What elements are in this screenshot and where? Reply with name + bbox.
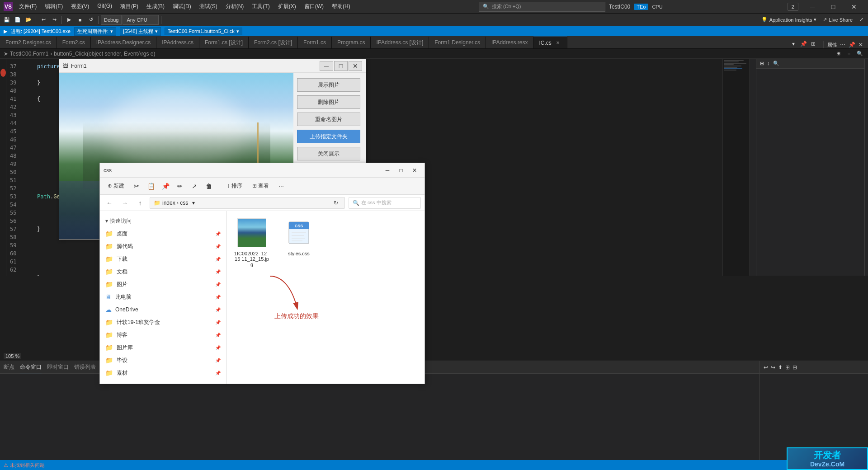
menu-build[interactable]: 生成(B) bbox=[143, 2, 168, 11]
expand-icon[interactable]: ⤢ bbox=[856, 15, 866, 25]
properties-grid-icon[interactable]: ⊞ bbox=[834, 49, 843, 58]
menu-extensions[interactable]: 扩展(X) bbox=[274, 2, 300, 11]
properties-search-icon[interactable]: 🔍 bbox=[855, 49, 864, 58]
rename-image-button[interactable]: 重命名图片 bbox=[297, 113, 360, 126]
tab-form2-designer[interactable]: Form2.Designer.cs bbox=[0, 37, 57, 48]
css-share-icon[interactable]: ↗ bbox=[188, 180, 201, 193]
breadcrumb-file[interactable]: TestIC00.Form1 bbox=[10, 51, 48, 57]
br-icon-1[interactable]: ↩ bbox=[764, 364, 768, 371]
sidebar-item-documents[interactable]: 📁 文档 📌 bbox=[100, 265, 226, 278]
address-refresh-button[interactable]: ↻ bbox=[331, 198, 341, 208]
properties-pin-icon[interactable]: 📌 bbox=[848, 41, 855, 48]
menu-help[interactable]: 帮助(H) bbox=[328, 2, 354, 11]
br-icon-5[interactable]: ⊟ bbox=[793, 364, 797, 371]
tab-pin-button[interactable]: 📌 bbox=[799, 39, 808, 48]
application-insights-button[interactable]: 💡 Application Insights ▾ bbox=[759, 16, 820, 24]
form1-maximize-button[interactable]: □ bbox=[334, 61, 348, 71]
menu-project[interactable]: 项目(P) bbox=[117, 2, 142, 11]
show-image-button[interactable]: 展示图片 bbox=[297, 78, 360, 92]
sidebar-item-pictures[interactable]: 📁 图片 📌 bbox=[100, 278, 226, 291]
css-cut-icon[interactable]: ✂ bbox=[130, 180, 143, 193]
cpu-config-dropdown[interactable]: Any CPU bbox=[123, 15, 159, 25]
bottom-tab-breakpoints[interactable]: 断点 bbox=[4, 362, 14, 373]
br-icon-4[interactable]: ⊞ bbox=[785, 364, 790, 371]
menu-debug[interactable]: 调试(D) bbox=[169, 2, 195, 11]
new-file-icon[interactable]: 📄 bbox=[13, 15, 23, 25]
tab-form1-cs[interactable]: Form1.cs bbox=[298, 37, 332, 48]
menu-file[interactable]: 文件(F) bbox=[15, 2, 40, 11]
css-paste-icon[interactable]: 📌 bbox=[159, 180, 172, 193]
tab-form2[interactable]: Form2.cs bbox=[57, 37, 91, 48]
sidebar-item-desktop[interactable]: 📁 桌面 📌 bbox=[100, 227, 226, 240]
props-icon-3[interactable]: 🔍 bbox=[773, 61, 779, 66]
tab-ic-cs[interactable]: IC.cs ✕ bbox=[533, 37, 567, 48]
sidebar-item-source[interactable]: 📁 源代码 📌 bbox=[100, 240, 226, 253]
properties-options-icon[interactable]: ⋯ bbox=[839, 41, 846, 48]
tab-close-icon[interactable]: ✕ bbox=[554, 39, 561, 47]
menu-analyze[interactable]: 分析(N) bbox=[222, 2, 248, 11]
tab-ipaddress-designer[interactable]: IPAddress.Designer.cs bbox=[91, 37, 157, 48]
menu-view[interactable]: 视图(V) bbox=[67, 2, 93, 11]
sidebar-item-class[interactable]: 📁 计软19-1班奖学金 📌 bbox=[100, 316, 226, 329]
css-up-button[interactable]: ↑ bbox=[134, 197, 146, 209]
css-view-button[interactable]: ⊞ 查看 bbox=[248, 180, 273, 193]
sidebar-item-blog[interactable]: 📁 博客 📌 bbox=[100, 329, 226, 341]
tab-program-cs[interactable]: Program.cs bbox=[332, 37, 371, 48]
css-sort-button[interactable]: ↕ 排序 bbox=[223, 180, 246, 193]
open-folder-icon[interactable]: 📂 bbox=[24, 15, 33, 25]
props-icon-1[interactable]: ⊞ bbox=[760, 61, 764, 66]
css-search-box[interactable]: 🔍 在 css 中搜索 bbox=[349, 197, 421, 209]
search-box[interactable]: 🔍 搜索 (Ctrl+Q) bbox=[479, 2, 605, 12]
tab-form2-design[interactable]: Form2.cs [设计] bbox=[249, 37, 298, 48]
br-icon-3[interactable]: ⬆ bbox=[778, 364, 783, 371]
css-close-button[interactable]: ✕ bbox=[408, 165, 421, 175]
thread-dropdown[interactable]: 生死周期件件: ▾ bbox=[74, 27, 116, 36]
menu-edit[interactable]: 编辑(E) bbox=[41, 2, 66, 11]
sidebar-item-onedrive[interactable]: ☁ OneDrive 📌 bbox=[100, 303, 226, 316]
tab-form1-design[interactable]: Form1.cs [设计] bbox=[199, 37, 249, 48]
address-dropdown-icon[interactable]: ▾ bbox=[190, 199, 197, 207]
error-indicator[interactable]: ⚠ 未找到相关问题 bbox=[4, 462, 45, 469]
sidebar-item-material[interactable]: 📁 素材 📌 bbox=[100, 367, 226, 379]
run-icon[interactable]: ▶ bbox=[64, 15, 74, 25]
form1-close-button[interactable]: ✕ bbox=[349, 61, 362, 71]
debug-config-dropdown[interactable]: Debug bbox=[101, 15, 122, 25]
menu-git[interactable]: Git(G) bbox=[94, 2, 116, 11]
properties-scrollbar[interactable] bbox=[864, 59, 868, 276]
css-minimize-button[interactable]: ─ bbox=[381, 165, 394, 175]
tab-list-button[interactable]: ▾ bbox=[789, 39, 798, 48]
file-item-css[interactable]: CSS styles.css bbox=[281, 218, 317, 267]
menu-test[interactable]: 测试(S) bbox=[196, 2, 221, 11]
live-share-button[interactable]: ↗ Live Share bbox=[820, 16, 855, 24]
properties-list-icon[interactable]: ≡ bbox=[844, 49, 854, 58]
css-rename-icon[interactable]: ✏ bbox=[174, 180, 186, 193]
close-display-button[interactable]: 关闭展示 bbox=[297, 147, 360, 160]
close-button[interactable]: ✕ bbox=[844, 0, 864, 14]
tab-ipaddress[interactable]: IPAddress.cs bbox=[156, 37, 199, 48]
tab-form1-designer[interactable]: Form1.Designer.cs bbox=[429, 37, 486, 48]
css-new-button[interactable]: ⊕ 新建 bbox=[104, 180, 128, 193]
file-item-jpg[interactable]: 1IC002022_12_15 11_12_15.jpg bbox=[234, 218, 270, 267]
css-forward-button[interactable]: → bbox=[119, 197, 131, 209]
properties-close-icon[interactable]: ✕ bbox=[857, 41, 864, 48]
css-maximize-button[interactable]: □ bbox=[395, 165, 407, 175]
sidebar-item-computer[interactable]: 🖥 此电脑 📌 bbox=[100, 291, 226, 303]
restart-icon[interactable]: ↺ bbox=[86, 15, 96, 25]
css-address-path[interactable]: 📁 index › css ▾ ↻ bbox=[150, 197, 345, 209]
stop-icon[interactable]: ■ bbox=[75, 15, 85, 25]
bottom-tab-command[interactable]: 命令窗口 bbox=[20, 362, 42, 373]
tab-ipaddress-design[interactable]: IPAddress.cs [设计] bbox=[371, 37, 429, 48]
undo-icon[interactable]: ↩ bbox=[38, 15, 48, 25]
notification-badge[interactable]: 2 bbox=[788, 3, 798, 11]
zoom-indicator[interactable]: 105 % bbox=[4, 353, 21, 359]
tab-ipaddress-resx[interactable]: IPAddress.resx bbox=[486, 37, 533, 48]
upload-folder-button[interactable]: 上传指定文件夹 bbox=[297, 130, 360, 143]
delete-image-button[interactable]: 删除图片 bbox=[297, 95, 360, 109]
css-more-button[interactable]: ··· bbox=[275, 180, 288, 193]
vertical-scrollbar[interactable] bbox=[750, 59, 756, 276]
method-dropdown[interactable]: TestIC00.Form1.button5_Click ▾ bbox=[165, 28, 242, 35]
redo-icon[interactable]: ↪ bbox=[49, 15, 59, 25]
save-icon[interactable]: 💾 bbox=[2, 15, 12, 25]
css-delete-icon[interactable]: 🗑 bbox=[203, 180, 215, 193]
minimize-button[interactable]: ─ bbox=[802, 0, 823, 14]
